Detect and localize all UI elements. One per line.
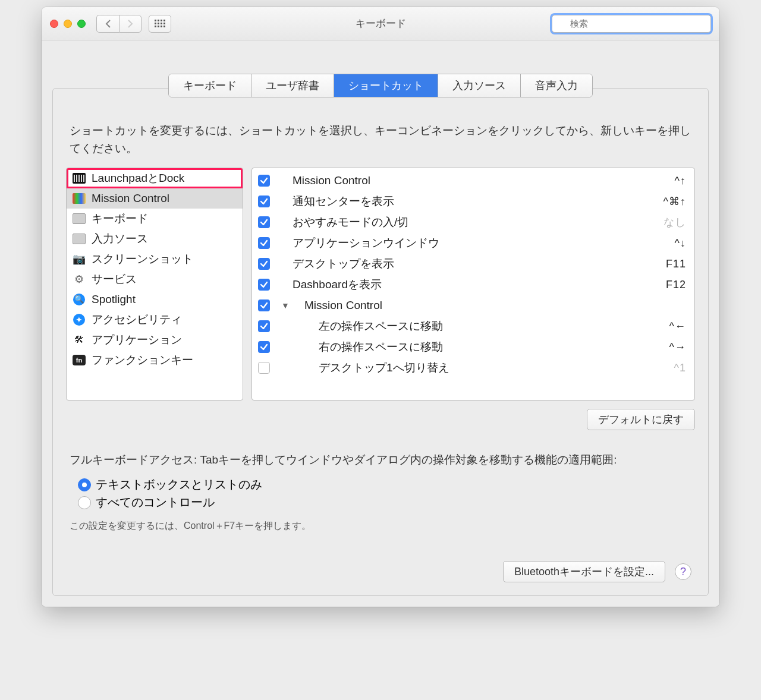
shortcut-key[interactable]: ^⌘↑ (663, 195, 686, 208)
category-label: LaunchpadとDock (92, 171, 184, 186)
show-all-button[interactable] (149, 15, 171, 33)
search-input[interactable] (552, 15, 711, 33)
shortcut-label: Mission Control (293, 174, 675, 187)
app-icon: 🛠 (74, 335, 84, 345)
category-label: Spotlight (92, 293, 136, 306)
control-f7-hint: この設定を変更するには、Control＋F7キーを押します。 (70, 520, 691, 532)
screenshot-icon: 📷 (73, 253, 86, 266)
tab-4[interactable]: 音声入力 (521, 74, 592, 97)
shortcut-label: Dashboardを表示 (293, 277, 666, 292)
shortcut-row[interactable]: Dashboardを表示F12 (252, 275, 694, 295)
fn-icon: fn (73, 355, 86, 365)
shortcut-row[interactable]: デスクトップを表示F11 (252, 254, 694, 275)
shortcut-checkbox[interactable] (258, 216, 270, 228)
shortcut-label: Mission Control (293, 299, 686, 312)
traffic-lights (50, 20, 86, 28)
category-label: アクセシビリティ (92, 312, 182, 327)
shortcut-key[interactable]: ^↓ (675, 237, 686, 250)
category-row[interactable]: ⚙サービス (67, 269, 243, 289)
shortcut-checkbox[interactable] (258, 175, 270, 187)
category-label: スクリーンショット (92, 251, 193, 267)
shortcut-key[interactable]: ^↑ (675, 175, 686, 187)
nav-buttons (96, 15, 141, 33)
category-row[interactable]: キーボード (67, 209, 243, 229)
category-label: サービス (92, 272, 137, 287)
shortcut-label: 左の操作スペースに移動 (293, 319, 669, 334)
shortcut-row[interactable]: 通知センターを表示^⌘↑ (252, 191, 694, 212)
full-keyboard-access-label: フルキーボードアクセス: Tabキーを押してウインドウやダイアログ内の操作対象を… (70, 452, 691, 469)
shortcut-label: 右の操作スペースに移動 (293, 339, 669, 355)
category-label: ファンクションキー (92, 352, 193, 368)
titlebar: キーボード (42, 7, 719, 40)
shortcut-key[interactable]: F11 (666, 258, 686, 270)
radio-row[interactable]: テキストボックスとリストのみ (78, 477, 691, 493)
back-button[interactable] (96, 15, 119, 33)
keyboard-icon (73, 213, 86, 224)
shortcut-checkbox[interactable] (258, 258, 270, 270)
shortcut-row[interactable]: ▼Mission Control (252, 295, 694, 316)
shortcut-key[interactable]: ^1 (674, 362, 686, 374)
category-row[interactable]: 🔍Spotlight (67, 289, 243, 310)
shortcut-row[interactable]: アプリケーションウインドウ^↓ (252, 233, 694, 254)
shortcut-checkbox[interactable] (258, 237, 270, 249)
shortcut-row[interactable]: デスクトップ1へ切り替え^1 (252, 358, 694, 379)
preferences-window: キーボード キーボードユーザ辞書ショートカット入力ソース音声入力 ショートカット… (42, 7, 719, 607)
shortcut-checkbox[interactable] (258, 299, 270, 311)
radio-button[interactable] (78, 478, 91, 491)
category-label: Mission Control (92, 192, 169, 205)
radio-row[interactable]: すべてのコントロール (78, 494, 691, 510)
chevron-right-icon (127, 20, 133, 28)
disclosure-triangle-icon[interactable]: ▼ (281, 301, 290, 310)
content-area: キーボードユーザ辞書ショートカット入力ソース音声入力 ショートカットを変更するに… (42, 40, 719, 607)
instruction-text: ショートカットを変更するには、ショートカットを選択し、キーコンビネーションをクリ… (70, 122, 691, 158)
launchpad-icon (73, 173, 86, 184)
category-row[interactable]: Mission Control (67, 188, 243, 209)
category-row[interactable]: 入力ソース (67, 229, 243, 249)
shortcut-key[interactable]: F12 (666, 279, 686, 291)
category-row[interactable]: 🛠アプリケーション (67, 330, 243, 350)
tab-0[interactable]: キーボード (169, 74, 251, 97)
shortcut-checkbox[interactable] (258, 320, 270, 332)
shortcut-key[interactable]: なし (663, 215, 686, 229)
shortcut-row[interactable]: 左の操作スペースに移動^← (252, 316, 694, 337)
category-row[interactable]: fnファンクションキー (67, 350, 243, 370)
zoom-window-button[interactable] (77, 20, 86, 28)
shortcut-checkbox[interactable] (258, 362, 270, 374)
shortcut-checkbox[interactable] (258, 341, 270, 353)
radio-button[interactable] (78, 496, 91, 509)
tab-2[interactable]: ショートカット (334, 74, 438, 97)
shortcut-checkbox[interactable] (258, 279, 270, 291)
help-button[interactable]: ? (675, 563, 691, 580)
forward-button[interactable] (119, 15, 141, 33)
category-row[interactable]: ✦アクセシビリティ (67, 310, 243, 330)
category-row[interactable]: LaunchpadとDock (67, 168, 243, 188)
shortcut-list[interactable]: Mission Control^↑通知センターを表示^⌘↑おやすみモードの入/切… (251, 168, 695, 401)
shortcut-key[interactable]: ^→ (669, 341, 686, 354)
category-label: アプリケーション (92, 332, 182, 348)
tab-3[interactable]: 入力ソース (438, 74, 521, 97)
category-label: キーボード (92, 211, 148, 226)
tab-1[interactable]: ユーザ辞書 (251, 74, 334, 97)
search-wrap (552, 15, 711, 33)
shortcut-label: おやすみモードの入/切 (293, 215, 663, 230)
shortcut-label: 通知センターを表示 (293, 194, 663, 209)
keyboard-icon (73, 234, 86, 244)
grid-icon (155, 20, 165, 27)
shortcut-key[interactable]: ^← (669, 320, 686, 333)
shortcut-row[interactable]: Mission Control^↑ (252, 171, 694, 191)
shortcut-row[interactable]: おやすみモードの入/切なし (252, 212, 694, 233)
minimize-window-button[interactable] (64, 20, 72, 28)
shortcut-row[interactable]: 右の操作スペースに移動^→ (252, 337, 694, 358)
shortcut-checkbox[interactable] (258, 196, 270, 207)
category-row[interactable]: 📷スクリーンショット (67, 249, 243, 269)
radio-label: すべてのコントロール (96, 494, 215, 510)
shortcuts-pane: ショートカットを変更するには、ショートカットを選択し、キーコンビネーションをクリ… (52, 88, 709, 596)
bluetooth-keyboard-button[interactable]: Bluetoothキーボードを設定... (503, 561, 665, 582)
chevron-left-icon (105, 20, 111, 28)
mission-control-icon (73, 193, 86, 204)
restore-defaults-button[interactable]: デフォルトに戻す (587, 409, 695, 430)
radio-label: テキストボックスとリストのみ (96, 477, 262, 493)
gear-icon: ⚙ (74, 273, 84, 286)
close-window-button[interactable] (50, 20, 58, 28)
category-list[interactable]: LaunchpadとDockMission Controlキーボード入力ソース📷… (66, 168, 243, 401)
